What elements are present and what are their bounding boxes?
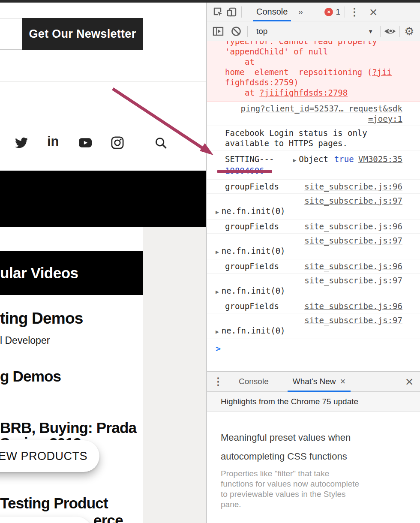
object-preview[interactable]: ne.fn.init(0) [222,206,285,216]
search-icon[interactable] [154,136,167,149]
prompt-chevron-icon: > [216,343,221,354]
object-preview[interactable]: ne.fn.init(0) [222,286,285,295]
source-link[interactable]: ?jiifighfdsds:2798 [259,88,348,97]
source-link[interactable]: site_subscribe.js:97 [304,276,402,285]
number-value: 19804606 [225,165,402,176]
error-count-badge[interactable]: × 1 [324,7,340,17]
console-log-row: site_subscribe.js:97 ▶ne.fn.init(0) [207,274,420,299]
whats-new-article-title[interactable]: Meaningful preset values when autocomple… [221,428,406,466]
source-link[interactable]: site_subscribe.js:96 [304,221,402,231]
video-byline: l Developer [0,335,50,346]
console-settings-gear-icon[interactable]: ⚙ [402,24,416,39]
video-title[interactable]: ting Demos [0,310,83,328]
toolbar-divider [345,6,345,18]
view-products-button[interactable]: EW PRODUCTS [0,440,99,472]
devtools-menu-icon[interactable]: ⋮ [348,5,361,19]
console-log-row: groupFields site_subscribe.js:96 [207,259,420,274]
toolbar-divider [380,26,381,37]
active-tab-underline [253,20,291,21]
source-link[interactable]: site_subscribe.js:96 [304,261,402,271]
source-link[interactable]: =joey:1 [225,114,402,124]
tab-close-icon[interactable]: × [340,376,345,387]
console-prompt[interactable]: > [207,339,420,355]
toolbar-divider [399,26,400,37]
devtools-panel: Console » × 1 ⋮ × top ▼ [206,3,420,523]
console-log-row: groupFields site_subscribe.js:96 [207,299,420,313]
expand-triangle-icon[interactable]: ▶ [216,289,219,295]
popular-videos-heading: ular Videos [0,251,143,295]
console-log-row: site_subscribe.js:97 ▶ne.fn.init(0) [207,234,420,259]
error-line: home__element__repsoitioning (?jii [225,67,402,77]
hero-banner [0,171,206,227]
error-line: fighfdsds:2759) [225,77,402,87]
instagram-icon[interactable] [111,136,124,149]
drawer-menu-icon[interactable]: ⋮ [211,374,225,389]
error-count: 1 [336,7,340,17]
expand-triangle-icon[interactable]: ▶ [216,209,219,215]
devtools-close-icon[interactable]: × [366,5,380,19]
object-preview[interactable]: Object [299,154,328,164]
devtools-main-tabbar: Console » × 1 ⋮ × [207,3,420,21]
live-expression-eye-icon[interactable] [383,24,397,39]
whats-new-article-body: Properties like "filter" that take funct… [221,469,406,510]
source-link[interactable]: site_subscribe.js:96 [304,181,402,192]
console-log: TypeError: Cannot read property 'appendC… [207,41,420,372]
tab-console-label: Console [256,7,288,17]
source-link[interactable]: fighfdsds:2759 [225,78,294,87]
expand-triangle-icon[interactable]: ▶ [216,328,219,335]
javascript-context-select[interactable]: top ▼ [254,27,378,36]
drawer-close-icon[interactable]: × [402,374,416,389]
expand-triangle-icon[interactable]: ▶ [293,155,296,165]
toolbar-divider [247,26,248,37]
newsletter-email-input[interactable] [0,18,22,50]
drawer-tab-console-label: Console [239,377,269,386]
drawer-tab-console[interactable]: Console [232,372,276,392]
expand-triangle-icon[interactable]: ▶ [216,249,219,255]
source-link[interactable]: VM3025:35 [358,154,402,164]
tab-console[interactable]: Console [250,3,294,21]
more-tabs-icon[interactable]: » [294,5,307,19]
video-title-line2-fragment[interactable]: erce [93,512,123,523]
header-divider [0,81,206,82]
video-title[interactable]: BRB, Buying: Prada [0,419,136,436]
newsletter-button[interactable]: Get Our Newsletter [22,18,143,50]
error-line: TypeError: Cannot read property [225,41,402,46]
device-toolbar-icon[interactable] [225,5,239,19]
whats-new-content: Meaningful preset values when autocomple… [207,412,420,523]
console-log-row: groupFields site_subscribe.js:96 [207,219,420,234]
console-log-row: Facebook Login status is only available … [207,126,420,150]
error-icon: × [324,8,333,16]
log-text: groupFields [225,221,279,231]
error-line: at [225,57,402,67]
video-title[interactable]: Testing Product [0,495,108,512]
linkedin-icon[interactable]: in [47,134,59,149]
clear-console-icon[interactable] [229,24,243,39]
view-products-button[interactable] [0,517,92,523]
inspect-element-icon[interactable] [211,5,225,19]
source-link[interactable]: site_subscribe.js:97 [304,196,402,205]
source-link[interactable]: site_subscribe.js:97 [304,236,402,245]
source-link[interactable]: site_subscribe.js:96 [304,301,402,311]
source-link[interactable]: ping?client_id=52537… request&sdk [225,103,402,114]
console-log-row: groupFields site_subscribe.js:96 [207,180,420,194]
object-preview[interactable]: ne.fn.init(0) [222,246,285,255]
console-sidebar-icon[interactable] [211,24,225,39]
drawer-tab-whats-new[interactable]: What's New × [286,372,353,392]
log-text: groupFields [225,181,279,192]
log-text: Facebook Login status is only [225,128,402,138]
log-text: SETTING--- [225,154,274,164]
log-text: groupFields [225,301,279,311]
object-preview[interactable]: ne.fn.init(0) [222,326,285,335]
youtube-icon[interactable] [79,136,92,149]
video-title[interactable]: g Demos [0,368,61,385]
boolean-value: true [334,154,354,164]
console-log-row: site_subscribe.js:97 ▶ne.fn.init(0) [207,194,420,219]
console-log-row: site_subscribe.js:97 ▶ne.fn.init(0) [207,313,420,339]
toolbar-divider [241,6,242,18]
console-error-message: TypeError: Cannot read property 'appendC… [207,41,420,102]
twitter-icon[interactable] [15,136,28,149]
source-link[interactable]: site_subscribe.js:97 [304,316,402,325]
page-background-panel [143,227,206,523]
source-link[interactable]: ?jii [372,67,392,77]
drawer-tab-whats-new-label: What's New [293,377,336,386]
